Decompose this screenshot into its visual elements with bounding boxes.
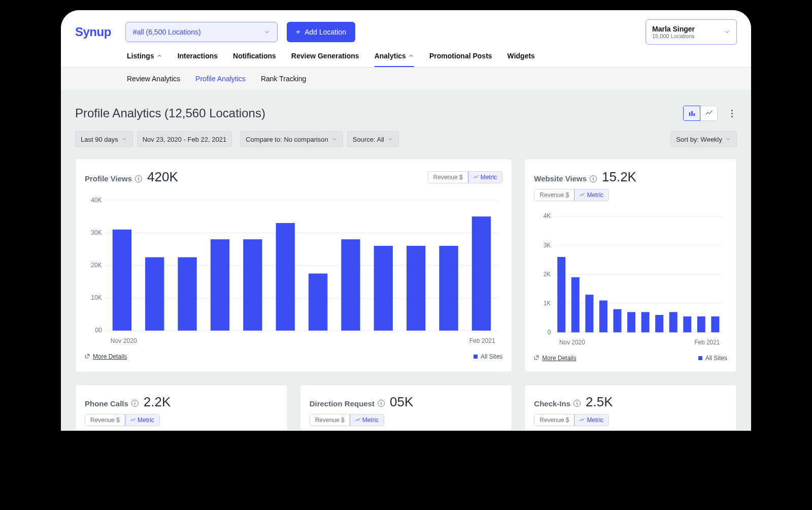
metric-toggle-button[interactable]: Metric [574,189,608,201]
sub-nav: Review Analytics Profile Analytics Rank … [61,68,751,90]
metric-toggle: Revenue $ Metric [428,171,503,183]
metric-toggle: Revenue $ Metric [534,414,609,426]
brand-logo: Synup [75,25,111,39]
chevron-down-icon [264,29,270,35]
revenue-toggle[interactable]: Revenue $ [534,415,574,426]
svg-rect-24 [472,216,491,331]
user-sub: 15,000 Locations [652,33,695,39]
info-icon[interactable]: i [378,400,385,407]
revenue-toggle[interactable]: Revenue $ [428,172,468,183]
profile-views-card: Profile Views i 420K Revenue $ Metric [75,158,512,372]
main-nav: Listings Interactions Notifications Revi… [61,45,751,67]
line-chart-icon [473,175,479,180]
svg-rect-37 [558,257,566,332]
direction-request-card: Direction Requesti 05K Revenue $ Metric [300,385,513,431]
compare-filter[interactable]: Compare to: No comparison [240,131,343,147]
bar-view-button[interactable] [683,106,700,121]
chart-legend: All Sites [698,355,727,362]
metric-toggle-button[interactable]: Metric [574,415,608,426]
user-name: Marla Singer [652,25,695,33]
profile-views-title: Profile Views i [85,174,142,183]
svg-rect-20 [341,239,360,331]
svg-rect-21 [374,246,393,331]
line-chart-icon [705,110,713,117]
filter-row: Last 90 days Nov 23, 2020 - Feb 22, 2021… [75,131,737,147]
date-range-detail[interactable]: Nov 23, 2020 - Feb 22, 2021 [137,131,232,147]
subnav-review-analytics[interactable]: Review Analytics [127,75,180,83]
svg-rect-46 [684,316,692,332]
metric-toggle-button[interactable]: Metric [468,172,502,183]
svg-rect-43 [641,312,650,332]
svg-text:0: 0 [548,329,551,336]
svg-rect-1 [691,111,693,116]
profile-views-value: 420K [147,169,178,185]
more-details-link[interactable]: More Details [534,355,576,362]
svg-rect-22 [407,246,425,331]
nav-analytics[interactable]: Analytics [375,52,414,67]
nav-widgets[interactable]: Widgets [507,52,535,67]
subnav-rank-tracking[interactable]: Rank Tracking [261,75,306,83]
source-filter[interactable]: Source: All [347,131,399,147]
more-menu-button[interactable] [727,110,737,117]
svg-text:Nov 2020: Nov 2020 [111,337,137,344]
revenue-toggle[interactable]: Revenue $ [534,189,574,201]
profile-views-chart: 0010K20K30K40KNov 2020Feb 2021 [85,194,502,348]
svg-rect-48 [712,316,720,332]
svg-rect-47 [697,316,705,332]
add-location-label: Add Location [304,28,346,36]
date-range-filter[interactable]: Last 90 days [75,131,133,147]
nav-notifications[interactable]: Notifications [233,52,276,67]
svg-rect-15 [178,257,196,330]
line-chart-icon [355,418,360,423]
revenue-toggle[interactable]: Revenue $ [310,415,350,426]
external-link-icon [85,353,90,360]
more-details-link[interactable]: More Details [85,353,127,360]
nav-listings[interactable]: Listings [127,52,162,67]
legend-swatch [473,355,478,359]
svg-text:30K: 30K [91,229,102,236]
line-chart-icon [580,418,585,423]
info-icon[interactable]: i [135,175,142,182]
svg-rect-39 [586,295,594,332]
website-views-value: 15.2K [602,169,636,185]
svg-text:Feb 2021: Feb 2021 [695,339,721,346]
svg-text:1K: 1K [544,300,551,307]
chevron-down-icon [724,29,730,35]
location-selector-label: #all (6,500 Locations) [133,28,201,36]
user-selector[interactable]: Marla Singer 15,000 Locations [646,19,737,45]
subnav-profile-analytics[interactable]: Profile Analytics [195,75,246,83]
svg-text:20K: 20K [91,262,102,269]
info-icon[interactable]: i [131,400,139,407]
add-location-button[interactable]: + Add Location [287,22,355,42]
chevron-down-icon [387,136,393,142]
view-controls [683,106,737,121]
revenue-toggle[interactable]: Revenue $ [85,415,125,426]
svg-text:Feb 2021: Feb 2021 [469,337,495,344]
info-icon[interactable]: i [573,400,581,407]
topbar: Synup #all (6,500 Locations) + Add Locat… [61,10,751,45]
svg-rect-17 [243,239,262,331]
sort-filter[interactable]: Sort by: Weekly [670,131,737,147]
external-link-icon [534,355,539,362]
nav-review-generations[interactable]: Review Generations [291,52,359,67]
nav-interactions[interactable]: Interactions [178,52,218,67]
app-window: Synup #all (6,500 Locations) + Add Locat… [61,10,751,431]
svg-text:2K: 2K [544,271,551,278]
metric-toggle-button[interactable]: Metric [350,415,384,426]
svg-text:10K: 10K [91,294,102,301]
chevron-down-icon [331,136,337,142]
metric-toggle-button[interactable]: Metric [125,415,159,426]
svg-text:Nov 2020: Nov 2020 [559,339,585,346]
legend-swatch [698,356,702,360]
info-icon[interactable]: i [590,175,597,182]
bar-chart-icon [688,110,695,117]
chevron-up-icon [408,53,414,59]
nav-promotional-posts[interactable]: Promotional Posts [429,52,492,67]
svg-rect-13 [113,230,131,331]
line-chart-icon [130,418,136,423]
line-view-button[interactable] [700,106,718,121]
svg-rect-2 [694,113,695,116]
svg-rect-41 [614,309,622,333]
location-selector[interactable]: #all (6,500 Locations) [125,22,278,42]
svg-rect-18 [276,223,295,331]
